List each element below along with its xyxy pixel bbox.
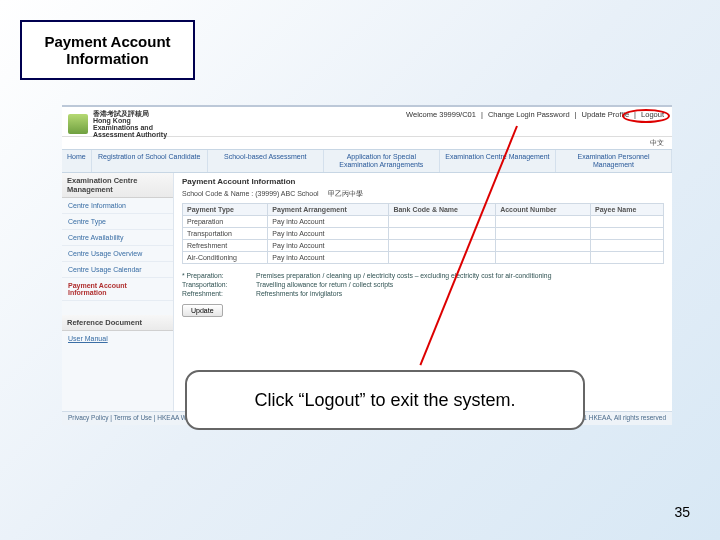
tab-exam-centre-mgmt[interactable]: Examination Centre Management [440,150,556,172]
cell: Pay into Account [268,240,389,252]
sidebar-item-usage-calendar[interactable]: Centre Usage Calendar [62,262,173,278]
app-header: 香港考試及評核局 Hong Kong Examinations and Asse… [62,107,672,137]
cell: Preparation [183,216,268,228]
cell [389,228,496,240]
cell: Pay into Account [268,228,389,240]
slide-title: Payment Account Information [22,33,193,67]
sidebar-item-centre-type[interactable]: Centre Type [62,214,173,230]
callout-box: Click “Logout” to exit the system. [185,370,585,430]
cell: Air-Conditioning [183,252,268,264]
tab-registration[interactable]: Registration of School Candidate [92,150,208,172]
school-code-name: School Code & Name : (39999) ABC School … [182,189,664,199]
cell [389,240,496,252]
page-number: 35 [674,504,690,520]
cell [591,228,664,240]
tab-exam-personnel-mgmt[interactable]: Examination Personnel Management [556,150,672,172]
cell [591,240,664,252]
sidebar-item-payment-account[interactable]: Payment Account Information [62,278,173,301]
notes-block: * Preparation: Premises preparation / cl… [182,272,664,298]
note-text: Premises preparation / cleaning up / ele… [256,272,551,281]
col-payee-name: Payee Name [591,204,664,216]
hkeaa-logo-icon [68,114,88,134]
tab-application[interactable]: Application for Special Examination Arra… [324,150,440,172]
logo: 香港考試及評核局 Hong Kong Examinations and Asse… [68,110,167,138]
scn-name-zh: 甲乙丙中學 [328,190,363,197]
footer-link[interactable]: Terms of Use [114,414,152,421]
scn-label: School Code & Name : [182,190,253,197]
page-title: Payment Account Information [182,177,664,186]
change-password-link[interactable]: Change Login Password [486,110,572,119]
sidebar-heading-reference: Reference Document [62,315,173,331]
col-payment-type: Payment Type [183,204,268,216]
table-row: Preparation Pay into Account [183,216,664,228]
org-name-en3: Assessment Authority [93,131,167,138]
slide-title-box: Payment Account Information [20,20,195,80]
sidebar-item-usage-overview[interactable]: Centre Usage Overview [62,246,173,262]
cell [389,252,496,264]
table-row: Air-Conditioning Pay into Account [183,252,664,264]
cell [496,216,591,228]
update-profile-link[interactable]: Update Profile [580,110,632,119]
header-links: Welcome 39999/C01 | Change Login Passwor… [404,110,666,119]
sidebar-link-user-manual[interactable]: User Manual [62,331,173,346]
logout-link[interactable]: Logout [639,110,666,119]
col-bank: Bank Code & Name [389,204,496,216]
cell [591,252,664,264]
cell [591,216,664,228]
scn-name: ABC School [281,190,319,197]
table-header-row: Payment Type Payment Arrangement Bank Co… [183,204,664,216]
org-name-en2: Examinations and [93,124,167,131]
note-row: * Preparation: Premises preparation / cl… [182,272,664,281]
lang-toggle[interactable]: 中文 [650,139,664,146]
note-row: Refreshment: Refreshments for invigilato… [182,290,664,299]
sidebar-item-centre-info[interactable]: Centre Information [62,198,173,214]
scn-code: (39999) [255,190,279,197]
sidebar-item-centre-availability[interactable]: Centre Availability [62,230,173,246]
col-account-number: Account Number [496,204,591,216]
sidebar: Examination Centre Management Centre Inf… [62,173,174,411]
cell: Refreshment [183,240,268,252]
payment-table: Payment Type Payment Arrangement Bank Co… [182,203,664,264]
note-label: * Preparation: [182,272,252,281]
note-label: Transportation: [182,281,252,290]
org-name-zh: 香港考試及評核局 [93,110,167,117]
note-row: Transportation: Travelling allowance for… [182,281,664,290]
note-text: Refreshments for invigilators [256,290,342,299]
logo-text: 香港考試及評核局 Hong Kong Examinations and Asse… [93,110,167,138]
welcome-text: Welcome 39999/C01 [404,110,478,119]
tab-home[interactable]: Home [62,150,92,172]
cell: Transportation [183,228,268,240]
col-payment-arrangement: Payment Arrangement [268,204,389,216]
cell [389,216,496,228]
sidebar-heading-ecm: Examination Centre Management [62,173,173,198]
cell [496,252,591,264]
callout-text: Click “Logout” to exit the system. [254,390,515,411]
main-tabs: Home Registration of School Candidate Sc… [62,149,672,173]
cell: Pay into Account [268,216,389,228]
footer-link[interactable]: Privacy Policy [68,414,108,421]
update-button[interactable]: Update [182,304,223,317]
org-name-en1: Hong Kong [93,117,167,124]
table-row: Transportation Pay into Account [183,228,664,240]
tab-sba[interactable]: School-based Assessment [208,150,324,172]
cell: Pay into Account [268,252,389,264]
table-row: Refreshment Pay into Account [183,240,664,252]
cell [496,240,591,252]
cell [496,228,591,240]
note-text: Travelling allowance for return / collec… [256,281,393,290]
lang-bar: 中文 [62,137,672,149]
note-label: Refreshment: [182,290,252,299]
